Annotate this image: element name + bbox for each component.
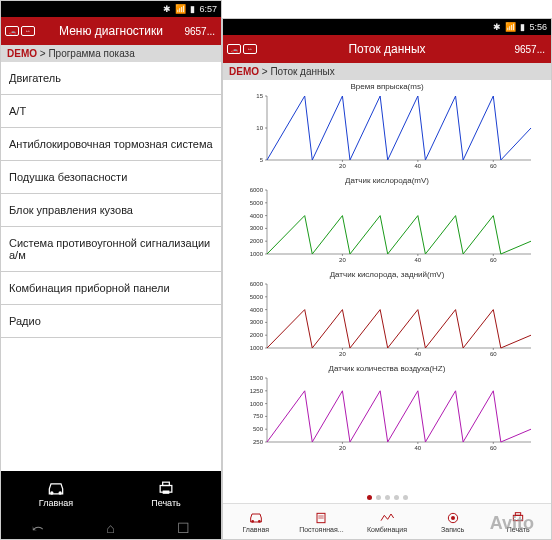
nav-home-label: Главная — [39, 498, 73, 508]
svg-text:20: 20 — [339, 257, 346, 263]
app-header: 🚗 ↔ Поток данных 9657... — [223, 35, 551, 63]
svg-point-0 — [50, 491, 53, 494]
car-icon — [46, 480, 66, 496]
bottom-nav: ГлавнаяПостоянная...КомбинацияЗаписьПеча… — [223, 503, 551, 539]
nav-label: Главная — [242, 526, 269, 533]
nav-home[interactable]: Главная — [1, 471, 111, 517]
svg-text:4000: 4000 — [250, 213, 264, 219]
page-dot[interactable] — [376, 495, 381, 500]
menu-item[interactable]: А/Т — [1, 95, 221, 128]
nav-item[interactable]: Печать — [485, 504, 551, 539]
svg-text:40: 40 — [415, 163, 422, 169]
page-dot[interactable] — [394, 495, 399, 500]
status-time: 5:56 — [529, 22, 547, 32]
chart-title: Время впрыска(ms) — [223, 82, 551, 91]
back-key[interactable]: ⤺ — [32, 520, 44, 536]
menu-item[interactable]: Блок управления кузова — [1, 194, 221, 227]
chart-block: Время впрыска(ms)51015204060 — [223, 82, 551, 172]
menu-item[interactable]: Система противоугонной сигнализации а/м — [1, 227, 221, 272]
svg-text:60: 60 — [490, 445, 497, 451]
chart-title: Датчик кислорода, задний(mV) — [223, 270, 551, 279]
svg-text:250: 250 — [253, 439, 264, 445]
menu-list[interactable]: ДвигательА/ТАнтиблокировочная тормозная … — [1, 62, 221, 471]
status-bar: ✱ 📶 ▮ 5:56 — [223, 19, 551, 35]
header-title: Меню диагностики — [59, 24, 163, 38]
right-screen: ✱ 📶 ▮ 5:56 🚗 ↔ Поток данных 9657... DEMO… — [222, 18, 552, 540]
svg-text:1000: 1000 — [250, 401, 264, 407]
header-right: 9657... — [514, 44, 545, 55]
nav-item[interactable]: Постоянная... — [289, 504, 355, 539]
svg-text:5000: 5000 — [250, 294, 264, 300]
recent-key[interactable]: ☐ — [177, 520, 190, 536]
svg-text:1000: 1000 — [250, 251, 264, 257]
header-icons: 🚗 ↔ — [227, 44, 257, 54]
battery-icon: ▮ — [520, 22, 525, 32]
nav-label: Постоянная... — [299, 526, 344, 533]
bt-icon: ✱ — [163, 4, 171, 14]
menu-item[interactable]: Двигатель — [1, 62, 221, 95]
breadcrumb-rest: > Поток данных — [259, 66, 335, 77]
home-key[interactable]: ⌂ — [106, 520, 114, 536]
arrow-icon: ↔ — [21, 26, 35, 36]
nav-label: Печать — [507, 526, 530, 533]
menu-item[interactable]: Антиблокировочная тормозная система — [1, 128, 221, 161]
breadcrumb-demo: DEMO — [229, 66, 259, 77]
bt-icon: ✱ — [493, 22, 501, 32]
printer-icon — [156, 480, 176, 496]
menu-item[interactable]: Комбинация приборной панели — [1, 272, 221, 305]
menu-item[interactable]: Подушка безопасности — [1, 161, 221, 194]
chart-svg: 250500750100012501500204060 — [237, 374, 537, 454]
svg-point-71 — [251, 520, 254, 523]
chart-block: Датчик кислорода(mV)10002000300040005000… — [223, 176, 551, 266]
nav-item[interactable]: Главная — [223, 504, 289, 539]
header-right: 9657... — [184, 26, 215, 37]
battery-icon: ▮ — [190, 4, 195, 14]
left-screen: ✱ 📶 ▮ 6:57 🚗 ↔ Меню диагностики 9657... … — [0, 0, 222, 540]
page-dot[interactable] — [367, 495, 372, 500]
svg-text:500: 500 — [253, 426, 264, 432]
breadcrumb-rest: > Программа показа — [37, 48, 135, 59]
nav-item[interactable]: Комбинация — [354, 504, 420, 539]
nav-item[interactable]: Запись — [420, 504, 486, 539]
svg-text:6000: 6000 — [250, 281, 264, 287]
breadcrumb: DEMO > Поток данных — [223, 63, 551, 80]
svg-point-72 — [258, 520, 261, 523]
chart-svg: 100020003000400050006000204060 — [237, 280, 537, 360]
page-dot[interactable] — [403, 495, 408, 500]
nav-icon — [379, 511, 395, 525]
svg-text:2000: 2000 — [250, 238, 264, 244]
svg-rect-4 — [163, 491, 170, 494]
svg-text:5: 5 — [260, 157, 264, 163]
svg-text:3000: 3000 — [250, 319, 264, 325]
svg-text:6000: 6000 — [250, 187, 264, 193]
header-title: Поток данных — [348, 42, 425, 56]
app-header: 🚗 ↔ Меню диагностики 9657... — [1, 17, 221, 45]
page-dot[interactable] — [385, 495, 390, 500]
svg-text:15: 15 — [256, 93, 263, 99]
svg-text:750: 750 — [253, 413, 264, 419]
svg-text:2000: 2000 — [250, 332, 264, 338]
svg-text:1000: 1000 — [250, 345, 264, 351]
nav-label: Комбинация — [367, 526, 407, 533]
svg-text:40: 40 — [415, 257, 422, 263]
svg-rect-78 — [514, 515, 523, 520]
svg-text:60: 60 — [490, 257, 497, 263]
nav-print[interactable]: Печать — [111, 471, 221, 517]
menu-item[interactable]: Радио — [1, 305, 221, 338]
svg-rect-79 — [516, 512, 521, 515]
signal-icon: 📶 — [505, 22, 516, 32]
chart-block: Датчик количества воздуха(HZ)25050075010… — [223, 364, 551, 454]
breadcrumb: DEMO > Программа показа — [1, 45, 221, 62]
nav-icon — [248, 511, 264, 525]
svg-text:40: 40 — [415, 351, 422, 357]
charts-area[interactable]: Время впрыска(ms)51015204060Датчик кисло… — [223, 80, 551, 491]
status-time: 6:57 — [199, 4, 217, 14]
car-icon: 🚗 — [227, 44, 241, 54]
svg-point-1 — [59, 491, 62, 494]
nav-icon — [510, 511, 526, 525]
nav-label: Запись — [441, 526, 464, 533]
chart-title: Датчик кислорода(mV) — [223, 176, 551, 185]
android-softkeys: ⤺ ⌂ ☐ — [1, 517, 221, 539]
bottom-nav: Главная Печать — [1, 471, 221, 517]
signal-icon: 📶 — [175, 4, 186, 14]
